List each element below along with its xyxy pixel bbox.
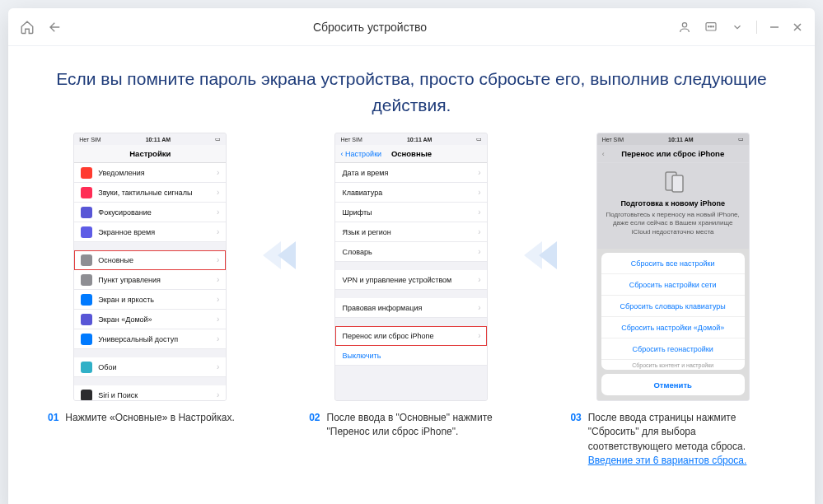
intro-link[interactable]: Введение эти 6 вариантов сброса. [588,455,747,466]
phone-mock-3: Нет SIM10:11 AM▭ ‹Перенос или сброс iPho… [596,133,750,401]
caption-2: 02 После ввода в "Основные" нажмите "Пер… [307,411,516,440]
settings-row: Выключить [335,346,487,366]
nav-back: ‹ [602,150,605,158]
titlebar: Сбросить устройство [8,8,815,46]
promo-text: Подготовьтесь к переносу на новый iPhone… [606,211,741,236]
arrow-icon [261,133,302,271]
settings-row: Шрифты› [335,203,487,222]
svg-point-0 [682,22,686,26]
svg-point-2 [708,26,709,26]
status-left: Нет SIM [340,137,362,142]
settings-row: VPN и управление устройством› [335,270,487,290]
settings-row: Основные› [74,250,226,270]
caption-text: Нажмите «Основные» в Настройках. [65,411,234,425]
settings-row: Клавиатура› [335,183,487,203]
feedback-icon[interactable] [704,20,718,35]
settings-row: Фокусирование› [74,203,226,222]
back-icon[interactable] [48,20,63,35]
arrow-icon [522,133,563,271]
caption-num: 02 [309,411,320,440]
settings-row: Правовая информация› [335,298,487,318]
caption-num: 01 [48,411,58,425]
settings-row: Язык и регион› [335,222,487,242]
status-left: Нет SIM [602,137,624,142]
settings-row: Уведомления› [74,163,226,183]
settings-row: Дата и время› [335,163,487,183]
headline: Если вы помните пароль экрана устройства… [46,66,777,118]
promo-title: Подготовка к новому iPhone [606,199,741,208]
step-2: Нет SIM10:11 AM▭ ‹ НастройкиОсновные Дат… [307,133,516,440]
caption-text: После ввода в "Основные" нажмите "Перено… [327,411,514,440]
nav-title: Перенос или сброс iPhone [597,149,749,158]
settings-row: Экран и яркость› [74,290,226,310]
battery-icon: ▭ [476,136,482,142]
status-time: 10:11 AM [624,137,738,142]
svg-point-3 [710,26,711,26]
main-content: Если вы помните пароль экрана устройства… [8,46,815,504]
account-icon[interactable] [677,20,692,35]
caption-num: 03 [570,411,581,469]
close-button[interactable] [792,21,803,33]
window-title: Сбросить устройство [63,21,677,34]
phone-mock-2: Нет SIM10:11 AM▭ ‹ НастройкиОсновные Дат… [334,133,488,401]
sheet-option-cut: Сбросить контент и настройки [601,360,745,370]
promo-block: Подготовка к новому iPhone Подготовьтесь… [597,163,749,243]
settings-row: Обои› [74,357,226,377]
sheet-option: Сбросить все настройки [601,253,745,274]
headline-line2: действия. [372,96,451,114]
headline-line1: Если вы помните пароль экрана устройства… [56,69,767,88]
battery-icon: ▭ [215,136,221,142]
nav-title: Настройки [74,149,226,158]
separator [756,21,757,34]
settings-row: Звуки, тактильные сигналы› [74,183,226,203]
nav-back: ‹ Настройки [340,150,381,158]
settings-row: Экран «Домой»› [74,310,226,329]
settings-row: Экранное время› [74,222,226,242]
status-time: 10:11 AM [101,137,216,142]
chevron-down-icon[interactable] [730,20,745,35]
phone-mock-1: Нет SIM10:11 AM▭ Настройки Уведомления›З… [73,133,227,401]
sheet-option: Сбросить настройки «Домой» [601,317,745,338]
settings-row: Siri и Поиск› [74,385,226,400]
settings-row: Перенос или сброс iPhone› [335,326,487,346]
cancel-button: Отменить [601,374,745,395]
battery-icon: ▭ [738,136,744,142]
sheet-option: Сбросить геонастройки [601,338,745,360]
minimize-button[interactable] [769,21,780,33]
steps-row: Нет SIM10:11 AM▭ Настройки Уведомления›З… [46,133,777,496]
caption-text: После ввода страницы нажмите "Сбросить" … [588,411,775,469]
status-left: Нет SIM [79,137,101,142]
svg-point-4 [713,26,713,26]
settings-row: Универсальный доступ› [74,329,226,349]
app-window: Сбросить устройство Если вы помните паро… [8,8,815,504]
sheet-option: Сбросить настройки сети [601,274,745,296]
status-time: 10:11 AM [362,137,477,142]
caption-3: 03 После ввода страницы нажмите "Сбросит… [568,411,777,469]
action-sheet: Сбросить все настройкиСбросить настройки… [597,249,749,400]
settings-row: Словарь› [335,242,487,262]
caption-1: 01 Нажмите «Основные» в Настройках. [46,411,255,425]
home-icon[interactable] [20,20,35,35]
sheet-option: Сбросить словарь клавиатуры [601,296,745,317]
step-1: Нет SIM10:11 AM▭ Настройки Уведомления›З… [46,133,255,425]
step-3: Нет SIM10:11 AM▭ ‹Перенос или сброс iPho… [568,133,777,469]
settings-row: Пункт управления› [74,270,226,290]
svg-rect-7 [672,175,683,192]
